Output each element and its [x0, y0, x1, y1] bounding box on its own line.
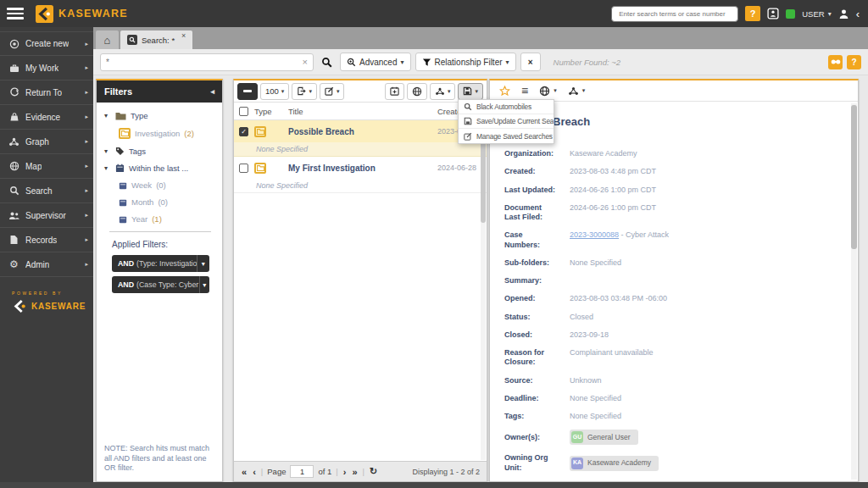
field-label: Reason for Closure:	[504, 348, 557, 368]
results-panel: 100 ▾ ▾ ▾ ▾	[233, 79, 487, 482]
caret-down-icon: ▾	[281, 88, 285, 95]
row-title[interactable]: My First Investigation	[288, 164, 437, 173]
help-button[interactable]: ?	[847, 55, 861, 69]
detail-map-button[interactable]: ▾	[539, 86, 557, 97]
owner-chip[interactable]: GUGeneral User	[570, 430, 638, 445]
column-title[interactable]: Title	[288, 107, 437, 116]
filter-item-week[interactable]: Week (0)	[119, 180, 216, 190]
globe-icon	[412, 86, 422, 97]
select-mode-button[interactable]	[237, 83, 258, 100]
brand-name: KASEWARE	[58, 8, 128, 19]
search-tab-icon	[127, 35, 137, 45]
query-input[interactable]	[106, 58, 303, 67]
menu-item-manage-saved[interactable]: Manage Saved Searches	[459, 129, 554, 143]
caret-right-icon: ▸	[85, 163, 88, 169]
binoculars-button[interactable]	[828, 55, 843, 69]
tab-close-icon[interactable]: ×	[181, 31, 186, 40]
org-unit-chip[interactable]: KAKaseware Academy	[570, 456, 659, 471]
sidebar-item-create-new[interactable]: Create new ▸	[0, 31, 93, 56]
detail-scrollbar[interactable]	[851, 103, 857, 480]
page-size-select[interactable]: 100 ▾	[260, 83, 289, 100]
relationship-filter-button[interactable]: Relationship Filter ▾	[415, 53, 516, 71]
menu-item-label: Black Automobiles	[476, 103, 531, 111]
funnel-icon	[422, 58, 431, 67]
filter-op: AND	[118, 259, 134, 268]
export-button[interactable]: ▾	[292, 83, 317, 100]
tab-home[interactable]: ⌂	[96, 30, 119, 49]
column-type[interactable]: Type	[254, 107, 288, 116]
table-row[interactable]: ✓ Possible Breach 2023-08-03 None Specif…	[234, 120, 487, 157]
field-label: Deadline:	[504, 394, 557, 403]
map-view-button[interactable]	[407, 83, 427, 100]
help-button[interactable]: ?	[745, 6, 760, 21]
row-checkbox[interactable]: ✓	[239, 127, 248, 136]
sidebar-item-supervisor[interactable]: Supervisor ▸	[0, 203, 93, 228]
saved-searches-button[interactable]: ▾	[458, 83, 483, 100]
number-found-text: Number Found: ~2	[554, 58, 620, 67]
menu-item-label: Manage Saved Searches	[476, 132, 553, 141]
sidebar-item-my-work[interactable]: My Work ▸	[0, 56, 93, 80]
sidebar-item-search[interactable]: Search ▸	[0, 179, 93, 203]
calendar-view-button[interactable]	[385, 83, 404, 100]
clear-filters-button[interactable]: ×	[520, 53, 541, 71]
calendar-plus-icon	[390, 86, 399, 96]
user-menu[interactable]: USER ▾	[802, 9, 831, 19]
filter-group-tags[interactable]: ▾ Tags	[104, 147, 216, 156]
caret-down-icon: ▾	[309, 88, 312, 95]
prev-page-button[interactable]: ‹	[252, 467, 257, 477]
tab-search-label: Search: *	[142, 36, 175, 45]
folder-yellow-icon	[254, 126, 266, 137]
filter-group-type[interactable]: ▾ Type	[104, 111, 216, 120]
case-number-link[interactable]: 2023-3000088	[570, 230, 619, 239]
last-page-button[interactable]: »	[351, 467, 358, 477]
page-number-input[interactable]	[290, 465, 314, 478]
filter-item-year[interactable]: Year (1)	[119, 214, 216, 224]
menu-item-save-update[interactable]: Save/Update Current Search	[459, 114, 554, 129]
applied-filter-case-type[interactable]: AND (Case Type: Cyber Attack) ▾	[112, 276, 209, 293]
field-value: 2023-09-18	[570, 330, 846, 340]
graph-view-button[interactable]: ▾	[430, 83, 456, 100]
release-notes-icon[interactable]	[767, 8, 779, 19]
sidebar-item-label: Admin	[25, 260, 49, 269]
row-title[interactable]: Possible Breach	[288, 127, 437, 136]
field-label: Closed:	[504, 330, 557, 340]
first-page-button[interactable]: «	[241, 467, 248, 477]
sidebar-item-admin[interactable]: ⚙ Admin ▸	[0, 252, 93, 277]
sidebar-item-return-to[interactable]: Return To ▸	[0, 80, 93, 105]
calendar-icon	[115, 164, 125, 173]
next-page-button[interactable]: ›	[342, 467, 348, 477]
sidebar-item-map[interactable]: Map ▸	[0, 154, 93, 179]
tab-search[interactable]: Search: * ×	[120, 30, 192, 49]
list-view-icon[interactable]: ≡	[521, 84, 528, 97]
filter-count: (1)	[152, 214, 162, 224]
sidebar-item-graph[interactable]: Graph ▸	[0, 130, 93, 154]
sidebar-item-evidence[interactable]: Evidence ▸	[0, 105, 93, 130]
refresh-icon[interactable]: ↻	[369, 466, 378, 477]
select-all-checkbox[interactable]	[239, 107, 248, 116]
row-checkbox[interactable]	[239, 164, 248, 173]
detail-graph-button[interactable]: ▾	[568, 86, 586, 96]
profile-icon[interactable]	[838, 8, 849, 19]
filter-count: (0)	[158, 197, 168, 207]
calendar-small-icon	[119, 198, 127, 207]
advanced-search-button[interactable]: Advanced ▾	[340, 53, 411, 71]
table-row[interactable]: My First Investigation 2024-06-28 None S…	[234, 157, 487, 193]
global-search-input[interactable]	[611, 6, 738, 22]
menu-item-saved-search[interactable]: Black Automobiles	[459, 100, 554, 114]
filter-item-month[interactable]: Month (0)	[119, 197, 216, 207]
filter-item-investigation[interactable]: Investigation (2)	[119, 128, 216, 139]
run-search-button[interactable]	[318, 55, 336, 69]
collapse-chevron-icon[interactable]: ‹	[856, 8, 860, 19]
clear-query-icon[interactable]: ×	[303, 57, 308, 67]
hamburger-menu-icon[interactable]	[7, 8, 24, 19]
results-scrollbar[interactable]	[481, 121, 486, 460]
filter-group-within[interactable]: ▾ Within the last ...	[104, 164, 216, 173]
caret-down-icon: ▾	[448, 88, 451, 95]
caret-down-icon[interactable]: ▾	[199, 276, 209, 293]
applied-filter-type[interactable]: AND (Type: Investigation) ▾	[112, 255, 209, 272]
caret-down-icon[interactable]: ▾	[197, 255, 209, 272]
sidebar-item-records[interactable]: Records ▸	[0, 228, 93, 252]
collapse-panel-icon[interactable]: ◂	[210, 87, 214, 96]
bulk-edit-button[interactable]: ▾	[320, 83, 345, 100]
favorite-star-icon[interactable]	[499, 86, 510, 97]
